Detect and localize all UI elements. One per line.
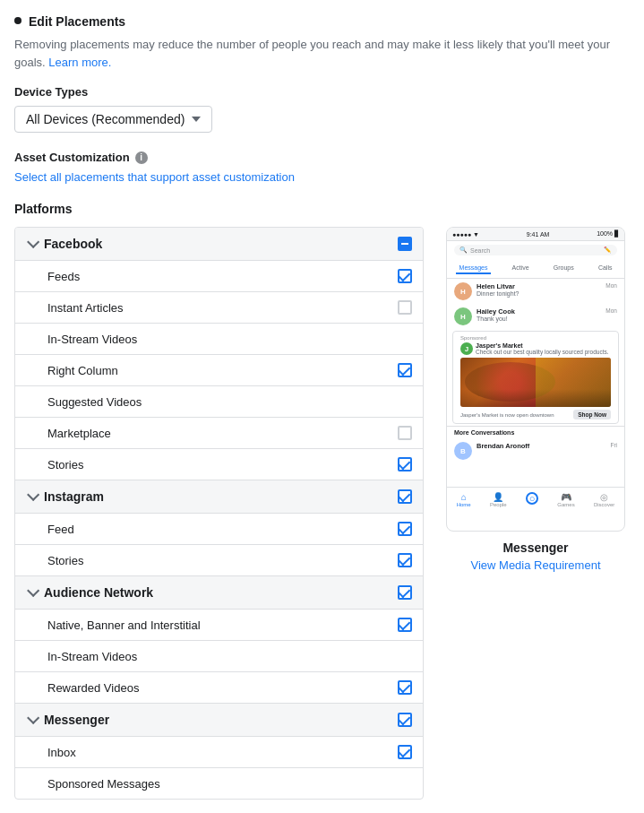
avatar-1: H bbox=[454, 282, 472, 300]
ad-image bbox=[460, 358, 611, 407]
facebook-chevron-icon bbox=[26, 238, 37, 249]
placement-row-marketplace[interactable]: Marketplace bbox=[15, 418, 423, 449]
conv-name-3: Brendan Aronoff bbox=[477, 442, 529, 450]
tab-messages: Messages bbox=[456, 263, 492, 274]
tab-active: Active bbox=[509, 263, 533, 274]
chevron-down-icon bbox=[192, 117, 201, 122]
placement-name-feed-ig: Feed bbox=[47, 523, 398, 536]
ad-header: J Jasper's Market Check out our best qua… bbox=[460, 342, 611, 355]
instagram-checkbox[interactable] bbox=[398, 489, 412, 504]
view-media-link[interactable]: View Media Requirement bbox=[471, 558, 601, 572]
marketplace-checkbox[interactable] bbox=[398, 426, 412, 440]
conversation-item-1: H Helen Litvar Mon Dinner tonight? bbox=[447, 279, 624, 304]
platform-row-audience-network[interactable]: Audience Network bbox=[15, 576, 423, 610]
placement-row-sponsored-messages[interactable]: Sponsored Messages bbox=[15, 768, 423, 799]
phone-status-bar: ●●●●● ▼ 9:41 AM 100% ▊ bbox=[447, 228, 624, 241]
nav-games: 🎮 Games bbox=[557, 492, 574, 507]
sponsored-label: Sponsored bbox=[460, 335, 611, 341]
msg-content-2: Hailey Cook Mon Thank you! bbox=[477, 307, 617, 322]
platform-row-instagram[interactable]: Instagram bbox=[15, 480, 423, 514]
placement-row-suggested-videos[interactable]: Suggested Videos bbox=[15, 386, 423, 418]
ad-shop-now-button[interactable]: Shop Now bbox=[573, 410, 611, 419]
time-display: 9:41 AM bbox=[527, 231, 550, 238]
placement-name-stories-ig: Stories bbox=[47, 554, 398, 567]
conv-time-1: Mon bbox=[605, 282, 617, 290]
placement-name-marketplace: Marketplace bbox=[47, 427, 398, 440]
placement-name-native-banner: Native, Banner and Interstitial bbox=[47, 618, 398, 632]
platform-group-messenger: Messenger Inbox Sponsored Messages bbox=[15, 704, 423, 799]
search-icon: 🔍 bbox=[459, 246, 468, 254]
placement-row-inbox[interactable]: Inbox bbox=[15, 737, 423, 768]
placement-row-rewarded-videos[interactable]: Rewarded Videos bbox=[15, 672, 423, 703]
phone-mockup: ●●●●● ▼ 9:41 AM 100% ▊ 🔍 Search ✏️ Messa… bbox=[446, 227, 625, 532]
device-types-dropdown[interactable]: All Devices (Recommended) bbox=[14, 106, 212, 133]
learn-more-link[interactable]: Learn more. bbox=[48, 56, 111, 69]
placement-row-instant-articles[interactable]: Instant Articles bbox=[15, 292, 423, 324]
facebook-checkbox[interactable] bbox=[398, 237, 412, 251]
placement-name-instream-videos-an: In-Stream Videos bbox=[47, 650, 398, 663]
instagram-chevron-icon bbox=[26, 491, 37, 502]
compose-icon: ✏️ bbox=[604, 246, 612, 254]
nav-home: ⌂ Home bbox=[457, 492, 471, 507]
placement-name-instant-articles: Instant Articles bbox=[47, 301, 398, 315]
feeds-checkbox[interactable] bbox=[398, 269, 412, 283]
asset-customization-label: Asset Customization bbox=[14, 151, 130, 164]
placement-name-suggested-videos: Suggested Videos bbox=[47, 395, 398, 409]
ad-logo: J bbox=[460, 342, 473, 355]
rewarded-videos-checkbox[interactable] bbox=[398, 680, 412, 695]
phone-search-bar: 🔍 Search ✏️ bbox=[454, 245, 617, 255]
avatar-2: H bbox=[454, 307, 472, 325]
section-title: Edit Placements bbox=[29, 14, 125, 29]
placement-row-native-banner[interactable]: Native, Banner and Interstitial bbox=[15, 610, 423, 641]
platform-name-audience-network: Audience Network bbox=[44, 585, 391, 600]
placement-name-right-column: Right Column bbox=[47, 364, 398, 377]
phone-body: H Helen Litvar Mon Dinner tonight? H bbox=[447, 279, 624, 512]
tab-groups: Groups bbox=[550, 263, 578, 274]
conversation-item-3: B Brendan Aronoff Fri bbox=[447, 438, 624, 463]
msg-content-1: Helen Litvar Mon Dinner tonight? bbox=[477, 282, 617, 297]
right-column-checkbox[interactable] bbox=[398, 363, 412, 377]
avatar-3: B bbox=[454, 442, 472, 460]
platform-name-instagram: Instagram bbox=[44, 489, 391, 504]
placement-row-stories-ig[interactable]: Stories bbox=[15, 545, 423, 575]
msg-content-3: Brendan Aronoff Fri bbox=[477, 442, 617, 450]
feed-ig-checkbox[interactable] bbox=[398, 522, 412, 536]
bullet-icon bbox=[14, 17, 21, 24]
more-conversations-label: More Conversations bbox=[447, 426, 624, 438]
platform-name-messenger: Messenger bbox=[44, 713, 391, 727]
audience-network-checkbox[interactable] bbox=[398, 585, 412, 600]
instant-articles-checkbox[interactable] bbox=[398, 300, 412, 315]
nav-discover: ◎ Discover bbox=[594, 492, 614, 507]
platforms-heading: Platforms bbox=[14, 202, 630, 216]
device-types-value: All Devices (Recommended) bbox=[26, 112, 185, 126]
conv-time-2: Mon bbox=[605, 307, 617, 316]
placement-name-rewarded-videos: Rewarded Videos bbox=[47, 681, 398, 695]
conv-preview-1: Dinner tonight? bbox=[477, 290, 617, 297]
placement-name-instream-videos-fb: In-Stream Videos bbox=[47, 333, 398, 346]
placement-row-instream-videos-an[interactable]: In-Stream Videos bbox=[15, 641, 423, 672]
inbox-checkbox[interactable] bbox=[398, 745, 412, 759]
placement-row-feed-ig[interactable]: Feed bbox=[15, 514, 423, 545]
asset-customization-link[interactable]: Select all placements that support asset… bbox=[14, 170, 295, 184]
placements-table: Facebook Feeds Instant Articles In-Strea… bbox=[14, 227, 424, 800]
placement-row-right-column[interactable]: Right Column bbox=[15, 355, 423, 386]
platform-row-facebook[interactable]: Facebook bbox=[15, 228, 423, 261]
conv-time-3: Fri bbox=[610, 442, 617, 450]
placement-row-instream-videos-fb[interactable]: In-Stream Videos bbox=[15, 324, 423, 355]
messenger-checkbox[interactable] bbox=[398, 713, 412, 727]
sponsored-ad: Sponsored J Jasper's Market Check out ou… bbox=[452, 331, 619, 424]
info-icon: i bbox=[135, 151, 148, 164]
preview-title: Messenger bbox=[502, 541, 568, 555]
stories-fb-checkbox[interactable] bbox=[398, 457, 412, 471]
preview-panel: ●●●●● ▼ 9:41 AM 100% ▊ 🔍 Search ✏️ Messa… bbox=[442, 227, 630, 800]
nav-call: ○ bbox=[526, 492, 538, 507]
platform-group-audience-network: Audience Network Native, Banner and Inte… bbox=[15, 576, 423, 703]
ad-advertiser-name: Jasper's Market bbox=[476, 342, 609, 349]
stories-ig-checkbox[interactable] bbox=[398, 553, 412, 567]
placement-row-feeds[interactable]: Feeds bbox=[15, 261, 423, 292]
platform-name-facebook: Facebook bbox=[44, 237, 391, 251]
platform-row-messenger[interactable]: Messenger bbox=[15, 704, 423, 737]
native-banner-checkbox[interactable] bbox=[398, 618, 412, 632]
placement-row-stories-fb[interactable]: Stories bbox=[15, 449, 423, 480]
platform-group-instagram: Instagram Feed Stories bbox=[15, 480, 423, 575]
